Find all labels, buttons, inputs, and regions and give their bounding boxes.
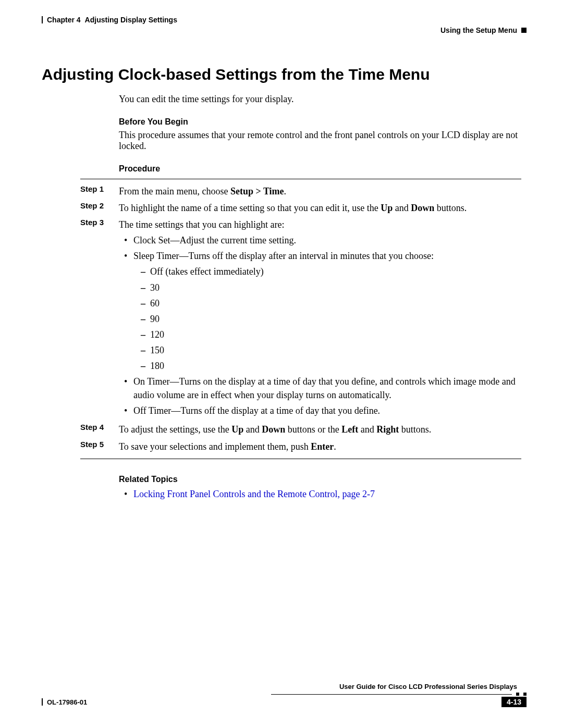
list-item: Locking Front Panel Controls and the Rem… (133, 487, 521, 501)
page-footer: User Guide for Cisco LCD Professional Se… (42, 683, 527, 707)
square-icon (516, 693, 519, 696)
square-icon (523, 693, 527, 696)
list-item: 180 (150, 359, 527, 373)
step-body: The time settings that you can highlight… (119, 218, 527, 419)
header-right: Using the Setup Menu (440, 26, 527, 34)
related-link[interactable]: Locking Front Panel Controls and the Rem… (133, 489, 375, 499)
step-label: Step 1 (80, 184, 119, 198)
step-row: Step 1 From the main menu, choose Setup … (80, 184, 527, 198)
before-text: This procedure assumes that your remote … (119, 130, 521, 152)
vertical-bar-icon (42, 698, 43, 706)
step-row: Step 4 To adjust the settings, use the U… (80, 423, 527, 436)
doc-code: OL-17986-01 (42, 698, 87, 706)
dash-list: Off (takes effect immediately) 30 60 90 … (133, 265, 527, 373)
procedure-heading: Procedure (119, 164, 521, 174)
chapter-number: Chapter 4 (47, 16, 81, 24)
page-number-badge: 4-13 (501, 697, 527, 707)
step-body: To save your selections and implement th… (119, 440, 527, 453)
list-item: Clock Set—Adjust the current time settin… (133, 233, 527, 247)
step-body: From the main menu, choose Setup > Time. (119, 184, 527, 198)
step-body: To adjust the settings, use the Up and D… (119, 423, 527, 436)
step-label: Step 5 (80, 440, 119, 453)
related-heading: Related Topics (119, 475, 521, 484)
list-item: Off Timer—Turns off the display at a tim… (133, 404, 527, 417)
chapter-title: Adjusting Display Settings (85, 16, 177, 24)
horizontal-rule-icon (80, 459, 521, 459)
intro-text: You can edit the time settings for your … (119, 94, 527, 105)
list-item: 90 (150, 312, 527, 326)
horizontal-rule-icon (271, 694, 512, 695)
page-title: Adjusting Clock-based Settings from the … (42, 66, 527, 83)
step-row: Step 2 To highlight the name of a time s… (80, 201, 527, 215)
step-label: Step 4 (80, 423, 119, 436)
step-row: Step 3 The time settings that you can hi… (80, 218, 527, 419)
page-header: Chapter 4 Adjusting Display Settings Usi… (42, 16, 527, 34)
vertical-bar-icon (42, 16, 43, 23)
before-heading: Before You Begin (119, 117, 521, 127)
list-item: 150 (150, 343, 527, 357)
step-label: Step 3 (80, 218, 119, 419)
list-item: On Timer—Turns on the display at a time … (133, 375, 527, 402)
list-item: Off (takes effect immediately) (150, 265, 527, 278)
step-label: Step 2 (80, 201, 119, 215)
list-item: 60 (150, 297, 527, 310)
doc-page: Chapter 4 Adjusting Display Settings Usi… (0, 0, 563, 728)
step-body: To highlight the name of a time setting … (119, 201, 527, 215)
header-left: Chapter 4 Adjusting Display Settings (42, 16, 177, 24)
list-item: 30 (150, 281, 527, 294)
square-icon (521, 28, 527, 33)
procedure-steps: Step 1 From the main menu, choose Setup … (80, 184, 527, 453)
step-row: Step 5 To save your selections and imple… (80, 440, 527, 453)
list-item: Sleep Timer—Turns off the display after … (133, 249, 527, 373)
related-list: Locking Front Panel Controls and the Rem… (119, 487, 521, 501)
section-title: Using the Setup Menu (440, 26, 517, 34)
footer-guide-title: User Guide for Cisco LCD Professional Se… (42, 683, 517, 690)
bullet-list: Clock Set—Adjust the current time settin… (119, 233, 527, 417)
list-item: 120 (150, 328, 527, 341)
horizontal-rule-icon (80, 179, 521, 179)
